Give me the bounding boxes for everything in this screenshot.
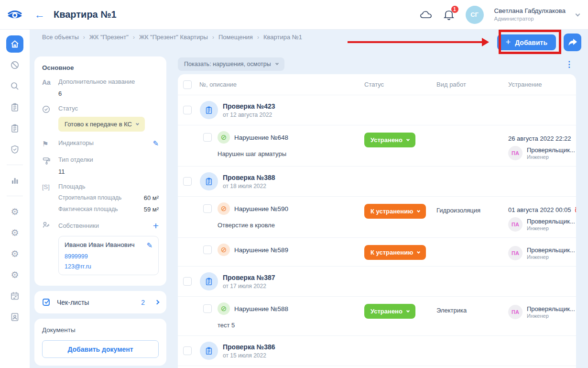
violation-title[interactable]: Нарушение №648	[234, 134, 288, 141]
rail-item-documents-icon[interactable]	[6, 120, 23, 137]
owner-phone-link[interactable]: 8999999	[65, 253, 152, 260]
violation-title[interactable]: Нарушение №589	[234, 246, 288, 254]
chevron-down-icon	[417, 209, 420, 212]
breadcrumb-item[interactable]: ЖК "Презент" Квартиры	[139, 33, 208, 41]
status-dropdown[interactable]: Готово к передаче в КС	[58, 117, 145, 132]
rail-item-settings-users-gear-icon[interactable]: ⚙	[6, 224, 23, 241]
assignee[interactable]: ПА Проверяльщик... Инженер	[508, 217, 576, 232]
row-checkbox[interactable]	[203, 245, 212, 254]
violation-title[interactable]: Нарушение №588	[234, 305, 288, 312]
add-document-button[interactable]: Добавить документ	[42, 340, 159, 358]
assignee-avatar: ПА	[508, 146, 523, 160]
violation-title[interactable]: Нарушение №590	[234, 205, 288, 212]
assignee-avatar: ПА	[508, 305, 523, 319]
inspection-title[interactable]: Проверка №386	[223, 343, 275, 351]
table-row-inspection: Проверка №388 от 18 июля 2022	[178, 167, 576, 197]
user-role: Администратор	[494, 15, 566, 22]
user-menu-chevron-icon[interactable]	[576, 11, 580, 16]
row-checkbox[interactable]	[183, 177, 192, 186]
row-checkbox[interactable]	[183, 106, 192, 114]
rail-item-warranty-shield-icon[interactable]	[6, 141, 23, 158]
inspection-title[interactable]: Проверка №388	[223, 174, 275, 181]
assignee[interactable]: ПА Проверяльщик... Инженер	[508, 246, 576, 260]
row-checkbox[interactable]	[203, 304, 212, 313]
violation-description: тест 5	[218, 322, 364, 329]
field-label: Собственники	[58, 222, 99, 229]
show-filter-dropdown[interactable]: Показать: нарушения, осмотры	[178, 57, 284, 71]
violation-status-dropdown[interactable]: Устранено	[364, 304, 415, 319]
cloud-sync-icon[interactable]	[420, 9, 432, 21]
table-menu-dots-icon[interactable]: ⋮	[562, 59, 576, 69]
breadcrumb-separator: ›	[83, 34, 85, 41]
row-checkbox[interactable]	[203, 204, 212, 213]
fix-date: 26 августа 2022 22:22	[508, 135, 576, 142]
rail-item-calendar-icon[interactable]	[6, 287, 23, 304]
rail-divider	[7, 165, 23, 165]
breadcrumb: Все объекты › ЖК "Презент" › ЖК "Презент…	[42, 33, 302, 41]
edit-pencil-icon[interactable]: ✎	[152, 139, 159, 148]
violation-description: Отверстие в кровле	[218, 222, 364, 229]
row-checkbox[interactable]	[183, 277, 192, 286]
edit-pencil-icon[interactable]: ✎	[146, 241, 152, 250]
inspection-date: от 17 июля 2022	[223, 283, 275, 290]
breadcrumb-item[interactable]: ЖК "Презент"	[89, 33, 129, 41]
checklists-card[interactable]: Чек-листы 2	[34, 291, 166, 313]
rail-item-violations-icon[interactable]	[6, 56, 23, 74]
column-header[interactable]: Вид работ	[436, 81, 508, 88]
rail-item-settings-comments-gear-icon[interactable]: ⚙	[6, 245, 23, 262]
rail-item-contacts-icon[interactable]	[6, 308, 23, 325]
rail-item-analytics-icon[interactable]	[6, 172, 23, 189]
row-checkbox[interactable]	[203, 133, 212, 142]
rail-item-settings-tools-gear-icon[interactable]: ⚙	[6, 266, 23, 283]
field-label: Дополнительное название	[58, 78, 159, 85]
add-button[interactable]: + Добавить	[497, 34, 556, 50]
user-avatar[interactable]: СГ	[466, 6, 484, 24]
table-row-violation: ⊘ Нарушение №589 К устранению ПА Проверя…	[178, 238, 576, 267]
table-row-inspection: Проверка №423 от 12 августа 2022	[178, 95, 576, 125]
share-button[interactable]	[564, 33, 581, 51]
assignee-name: Проверяльщик...	[527, 305, 575, 312]
checklists-label: Чек-листы	[57, 299, 135, 306]
violation-status-dropdown[interactable]: Устранено	[364, 133, 415, 147]
overdue-alarm-icon	[574, 206, 576, 213]
inspection-clipboard-icon	[200, 342, 218, 360]
column-header[interactable]: Статус	[364, 81, 436, 88]
inspection-date: от 15 июля 2022	[223, 352, 275, 359]
owner-email-link[interactable]: 123@rr.ru	[65, 263, 152, 270]
inspection-title[interactable]: Проверка №387	[223, 274, 275, 281]
rail-item-acts-icon[interactable]	[6, 99, 23, 116]
field-label: Индикаторы	[58, 139, 152, 146]
back-arrow-icon[interactable]: ←	[34, 9, 45, 21]
area-row: Фактическая площадь 59 м²	[58, 206, 159, 213]
assignee[interactable]: ПА Проверяльщик... Инженер	[508, 305, 576, 319]
assignee[interactable]: ПА Проверяльщик... Инженер	[508, 146, 576, 160]
violation-status-dropdown[interactable]: К устранению	[364, 245, 426, 260]
notifications-bell-icon[interactable]: 1	[443, 9, 455, 21]
inspection-date: от 12 августа 2022	[223, 112, 275, 118]
rail-item-settings-checklists-gear-icon[interactable]: ⚙	[6, 203, 23, 220]
inspection-title[interactable]: Проверка №423	[223, 102, 275, 110]
check-circle-icon	[42, 105, 58, 132]
breadcrumb-item[interactable]: Все объекты	[42, 33, 79, 41]
column-header[interactable]: №, описание	[199, 81, 237, 88]
violation-description: Нарушен шаг арматуры	[218, 150, 364, 157]
violation-status-dropdown[interactable]: К устранению	[364, 204, 426, 219]
top-bar: ← Квартира №1 1 СГ Светлана Габдулхакова…	[0, 0, 588, 30]
owner-card: Иванов Иван Иванович ✎ 8999999 123@rr.ru	[58, 236, 159, 275]
work-type	[436, 244, 508, 260]
add-owner-plus-icon[interactable]: +	[153, 221, 159, 231]
app-logo-eye-icon[interactable]	[0, 9, 30, 21]
field-status: Статус Готово к передаче в КС	[42, 105, 159, 132]
table-row-violation: ⊘ Нарушение №587 тест 22 К устранению Ве…	[178, 366, 576, 368]
documents-label: Документы	[42, 326, 159, 334]
select-all-checkbox[interactable]	[183, 80, 192, 89]
violation-ban-icon: ⊘	[218, 202, 230, 215]
breadcrumb-item[interactable]: Помещения	[218, 33, 253, 41]
row-checkbox[interactable]	[183, 346, 192, 355]
field-value: 11	[58, 168, 159, 175]
table-row-violation: ⊘ Нарушение №588 тест 5 Устранено Электр…	[178, 297, 576, 336]
rail-item-objects[interactable]	[6, 35, 23, 53]
page-title: Квартира №1	[54, 9, 117, 20]
rail-item-search-icon[interactable]	[6, 78, 23, 95]
column-header[interactable]: Устранение	[508, 81, 576, 88]
